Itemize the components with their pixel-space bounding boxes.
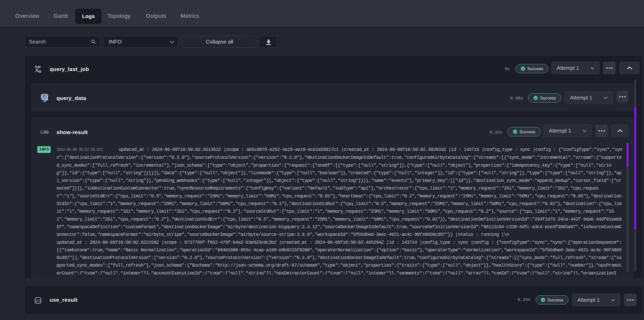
svg-text:(x): (x)	[35, 299, 41, 303]
